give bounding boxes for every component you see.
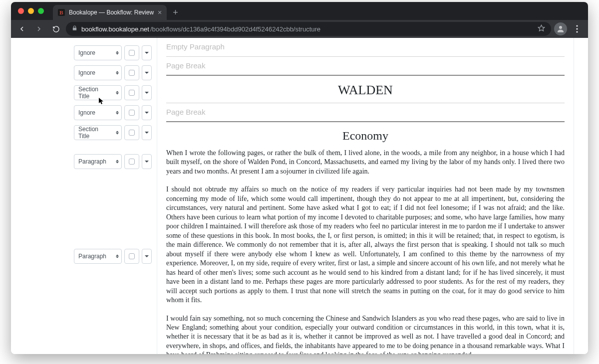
chevron-down-icon xyxy=(145,255,149,257)
bookmark-icon[interactable] xyxy=(538,24,545,33)
svg-point-4 xyxy=(576,31,578,32)
chevron-down-icon xyxy=(145,132,149,134)
structure-row-3: Ignore xyxy=(74,105,152,121)
type-select[interactable]: Section Title xyxy=(74,125,122,140)
row-options-button[interactable] xyxy=(142,105,152,120)
chevron-down-icon xyxy=(145,112,149,114)
page-content: Ignore Ignore Section Title xyxy=(11,38,588,354)
tab-close-icon[interactable]: × xyxy=(158,8,162,16)
chapter-title[interactable]: Economy xyxy=(166,122,565,146)
type-select-label: Paragraph xyxy=(78,158,106,165)
forward-button[interactable] xyxy=(32,22,46,36)
browser-menu-button[interactable] xyxy=(570,22,584,36)
row-options-button[interactable] xyxy=(142,45,152,60)
type-select[interactable]: Paragraph xyxy=(74,249,122,264)
favicon-icon: B xyxy=(58,9,65,16)
row-options-button[interactable] xyxy=(142,85,152,100)
select-caret-icon xyxy=(116,160,119,164)
tab-strip: B Bookalope — Bookflow: Review × + xyxy=(11,2,588,20)
row-checkbox[interactable] xyxy=(124,85,139,100)
row-checkbox[interactable] xyxy=(124,125,139,140)
url-host: bookflow.bookalope.net xyxy=(81,25,149,33)
type-select-label: Ignore xyxy=(78,109,95,116)
row-options-button[interactable] xyxy=(142,65,152,80)
select-caret-icon xyxy=(116,111,119,115)
window-controls xyxy=(15,2,48,20)
window-minimize-button[interactable] xyxy=(28,8,34,14)
type-select-label: Paragraph xyxy=(78,253,106,260)
row-options-button[interactable] xyxy=(142,154,152,169)
book-title[interactable]: WALDEN xyxy=(166,76,565,103)
empty-paragraph-marker[interactable]: Empty Paragraph xyxy=(166,38,565,57)
row-checkbox[interactable] xyxy=(124,154,139,169)
select-caret-icon xyxy=(116,255,119,258)
structure-row-0: Ignore xyxy=(74,45,152,61)
profile-button[interactable] xyxy=(554,22,567,35)
select-caret-icon xyxy=(116,131,119,135)
select-caret-icon xyxy=(116,91,119,95)
tab-title: Bookalope — Bookflow: Review xyxy=(69,9,154,16)
row-checkbox[interactable] xyxy=(124,45,139,60)
svg-point-2 xyxy=(576,25,578,26)
type-select[interactable]: Paragraph xyxy=(74,154,122,169)
type-select-label: Section Title xyxy=(78,126,110,140)
chevron-down-icon xyxy=(145,161,149,163)
window-close-button[interactable] xyxy=(18,8,24,14)
browser-toolbar: bookflow.bookalope.net/bookflows/dc136a9… xyxy=(11,20,588,38)
type-select[interactable]: Ignore xyxy=(74,45,122,60)
row-options-button[interactable] xyxy=(142,125,152,140)
lock-icon xyxy=(72,25,77,32)
address-bar[interactable]: bookflow.bookalope.net/bookflows/dc136a9… xyxy=(66,22,551,36)
browser-window: B Bookalope — Bookflow: Review × + bookf… xyxy=(11,2,588,354)
select-caret-icon xyxy=(116,51,119,55)
chevron-down-icon xyxy=(145,72,149,74)
document-preview: Empty Paragraph Page Break WALDEN Page B… xyxy=(157,38,574,354)
structure-row-4: Section Title xyxy=(74,125,152,141)
structure-sidebar: Ignore Ignore Section Title xyxy=(11,38,157,354)
row-checkbox[interactable] xyxy=(124,105,139,120)
body-paragraph[interactable]: I should not obtrude my affairs so much … xyxy=(166,185,565,305)
structure-row-2: Section Title xyxy=(74,85,152,101)
page-break-marker[interactable]: Page Break xyxy=(166,57,565,76)
structure-row-5: Paragraph xyxy=(74,154,152,170)
new-tab-button[interactable]: + xyxy=(167,5,184,20)
body-paragraph[interactable]: When I wrote the following pages, or rat… xyxy=(166,149,565,176)
type-select[interactable]: Ignore xyxy=(74,105,122,120)
window-fullscreen-button[interactable] xyxy=(38,8,44,14)
type-select[interactable]: Section Title xyxy=(74,85,122,100)
browser-tab[interactable]: B Bookalope — Bookflow: Review × xyxy=(53,5,167,20)
row-checkbox[interactable] xyxy=(124,65,139,80)
body-paragraph[interactable]: I would fain say something, not so much … xyxy=(166,314,565,355)
url-path: /bookflows/dc136a9c4f394bdd902d4f5246242… xyxy=(150,25,320,33)
type-select[interactable]: Ignore xyxy=(74,65,122,80)
type-select-label: Section Title xyxy=(78,86,110,100)
svg-point-3 xyxy=(576,28,578,29)
row-checkbox[interactable] xyxy=(124,249,139,264)
page-break-marker[interactable]: Page Break xyxy=(166,103,565,122)
reload-button[interactable] xyxy=(49,22,63,36)
structure-row-6: Paragraph xyxy=(74,248,152,264)
row-options-button[interactable] xyxy=(142,249,152,264)
svg-marker-0 xyxy=(538,25,545,31)
type-select-label: Ignore xyxy=(78,49,95,56)
structure-row-1: Ignore xyxy=(74,65,152,81)
chevron-down-icon xyxy=(145,52,149,54)
type-select-label: Ignore xyxy=(78,69,95,76)
select-caret-icon xyxy=(116,71,119,75)
back-button[interactable] xyxy=(15,22,29,36)
chevron-down-icon xyxy=(145,92,149,94)
svg-point-1 xyxy=(559,26,562,29)
